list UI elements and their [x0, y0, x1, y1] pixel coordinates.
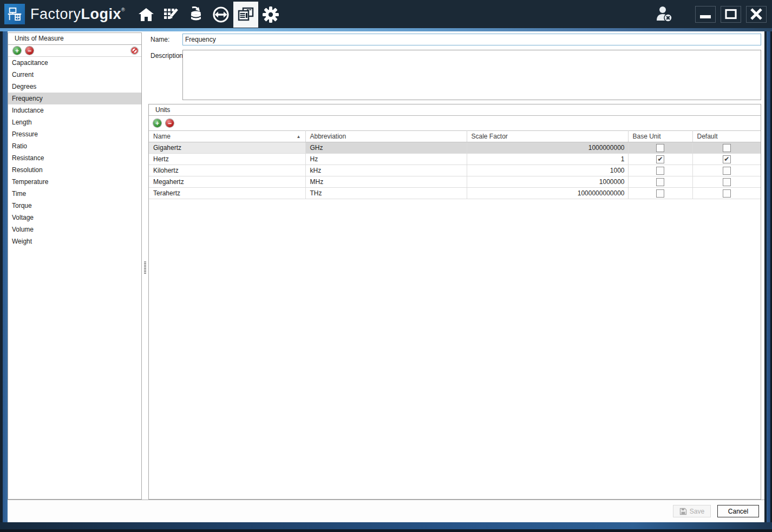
- save-button[interactable]: Save: [673, 505, 711, 517]
- sidebar-item-length[interactable]: Length: [8, 116, 141, 128]
- window-border-left: [0, 31, 8, 522]
- unit-abbreviation-cell[interactable]: MHz: [305, 176, 467, 188]
- unit-name-cell[interactable]: Hertz: [149, 154, 305, 165]
- window-border-bottom: [0, 522, 772, 532]
- database-import-icon[interactable]: [184, 2, 208, 28]
- column-header-name[interactable]: Name▲: [149, 131, 305, 142]
- titlebar-controls: [653, 5, 772, 23]
- detail-panel: Name: Description: Units + −: [148, 32, 761, 500]
- name-input[interactable]: [182, 34, 761, 45]
- unit-abbreviation-cell[interactable]: kHz: [305, 165, 467, 176]
- unit-scale-factor-cell[interactable]: 1000: [467, 165, 628, 176]
- logoff-user-icon[interactable]: [653, 5, 675, 23]
- sidebar-item-voltage[interactable]: Voltage: [8, 212, 141, 224]
- sidebar-item-time[interactable]: Time: [8, 188, 141, 200]
- app-title: FactoryLogix®: [30, 6, 125, 23]
- sidebar-item-volume[interactable]: Volume: [8, 224, 141, 235]
- sidebar-item-resolution[interactable]: Resolution: [8, 164, 141, 176]
- default-checkbox[interactable]: [723, 167, 731, 175]
- base-unit-checkbox[interactable]: [656, 167, 664, 175]
- unit-scale-factor-cell[interactable]: 1000000000000: [467, 188, 628, 199]
- home-nav-icon[interactable]: [134, 2, 159, 28]
- name-field-row: Name:: [148, 34, 761, 45]
- grid-edit-icon[interactable]: [159, 2, 184, 28]
- unit-base-unit-cell: [628, 176, 692, 188]
- sidebar-toolbar: + −: [8, 45, 141, 57]
- unit-abbreviation-cell[interactable]: Hz: [305, 154, 467, 165]
- default-checkbox[interactable]: [723, 144, 731, 152]
- unit-base-unit-cell: [628, 188, 692, 199]
- sidebar-item-pressure[interactable]: Pressure: [8, 128, 141, 140]
- default-checkbox[interactable]: ✔: [723, 155, 731, 163]
- units-toolbar: + −: [149, 116, 761, 130]
- sidebar-item-resistance[interactable]: Resistance: [8, 152, 141, 164]
- unit-default-cell: [692, 188, 761, 199]
- unit-name-cell[interactable]: Gigahertz: [149, 142, 305, 154]
- units-table-header: Name▲ Abbreviation Scale Factor Base Uni…: [149, 131, 761, 142]
- unit-row-thz[interactable]: TerahertzTHz1000000000000: [149, 188, 761, 199]
- sidebar-item-frequency[interactable]: Frequency: [8, 93, 141, 104]
- unit-default-cell: [692, 176, 761, 188]
- unit-abbreviation-cell[interactable]: GHz: [305, 142, 467, 154]
- unit-row-hz[interactable]: HertzHz1✔✔: [149, 154, 761, 165]
- unit-abbreviation-cell[interactable]: THz: [305, 188, 467, 199]
- units-of-measure-panel: Units of Measure + − CapacitanceCurrentD…: [8, 32, 142, 500]
- cancel-button[interactable]: Cancel: [717, 505, 759, 517]
- default-checkbox[interactable]: [723, 178, 731, 186]
- close-button[interactable]: [746, 6, 767, 23]
- cancel-slash-icon[interactable]: [130, 47, 139, 55]
- sync-transfer-icon[interactable]: [208, 2, 233, 28]
- sidebar-item-degrees[interactable]: Degrees: [8, 81, 141, 93]
- splitter-grip[interactable]: [142, 32, 148, 500]
- save-floppy-icon: [679, 508, 687, 515]
- column-header-default[interactable]: Default: [692, 131, 761, 142]
- unit-row-mhz[interactable]: MegahertzMHz1000000: [149, 176, 761, 188]
- unit-row-khz[interactable]: KilohertzkHz1000: [149, 165, 761, 176]
- unit-default-cell: [692, 165, 761, 176]
- unit-name-cell[interactable]: Terahertz: [149, 188, 305, 199]
- sidebar-item-weight[interactable]: Weight: [8, 235, 141, 247]
- column-header-scale-factor[interactable]: Scale Factor: [467, 131, 628, 142]
- unit-scale-factor-cell[interactable]: 1000000: [467, 176, 628, 188]
- sidebar-item-temperature[interactable]: Temperature: [8, 176, 141, 188]
- sidebar-item-inductance[interactable]: Inductance: [8, 104, 141, 116]
- maximize-button[interactable]: [721, 6, 741, 23]
- add-unit-icon[interactable]: +: [153, 119, 161, 127]
- unit-row-ghz[interactable]: GigahertzGHz1000000000: [149, 142, 761, 154]
- sidebar-item-ratio[interactable]: Ratio: [8, 140, 141, 152]
- column-header-abbreviation[interactable]: Abbreviation: [305, 131, 467, 142]
- unit-base-unit-cell: [628, 142, 692, 154]
- unit-name-cell[interactable]: Kilohertz: [149, 165, 305, 176]
- content-area: Units of Measure + − CapacitanceCurrentD…: [8, 31, 764, 522]
- splitter-dots-icon: [144, 261, 146, 274]
- app-logo-icon: [4, 4, 25, 24]
- sidebar-item-torque[interactable]: Torque: [8, 200, 141, 212]
- settings-gear-icon[interactable]: [258, 2, 283, 28]
- unit-scale-factor-cell[interactable]: 1: [467, 154, 628, 165]
- window-body: Units of Measure + − CapacitanceCurrentD…: [0, 31, 772, 532]
- window-border-right: [764, 31, 772, 522]
- unit-name-cell[interactable]: Megahertz: [149, 176, 305, 188]
- units-of-measure-list: CapacitanceCurrentDegreesFrequencyInduct…: [8, 57, 141, 499]
- column-header-base-unit[interactable]: Base Unit: [628, 131, 692, 142]
- titlebar: FactoryLogix®: [0, 0, 772, 28]
- add-icon[interactable]: +: [13, 47, 21, 55]
- description-textarea[interactable]: [182, 50, 761, 100]
- forms-windows-icon[interactable]: [233, 2, 258, 28]
- unit-scale-factor-cell[interactable]: 1000000000: [467, 142, 628, 154]
- factorylogix-window: FactoryLogix®: [0, 0, 772, 532]
- default-checkbox[interactable]: [723, 189, 731, 198]
- base-unit-checkbox[interactable]: ✔: [656, 155, 664, 163]
- unit-base-unit-cell: ✔: [628, 154, 692, 165]
- sort-ascending-icon: ▲: [297, 134, 301, 139]
- base-unit-checkbox[interactable]: [656, 144, 664, 152]
- description-field-row: Description:: [148, 50, 761, 100]
- base-unit-checkbox[interactable]: [656, 178, 664, 186]
- remove-unit-icon[interactable]: −: [166, 119, 174, 127]
- minimize-button[interactable]: [695, 6, 716, 23]
- remove-icon[interactable]: −: [25, 47, 34, 55]
- unit-default-cell: [692, 142, 761, 154]
- base-unit-checkbox[interactable]: [656, 189, 664, 198]
- sidebar-item-capacitance[interactable]: Capacitance: [8, 57, 141, 69]
- sidebar-item-current[interactable]: Current: [8, 69, 141, 81]
